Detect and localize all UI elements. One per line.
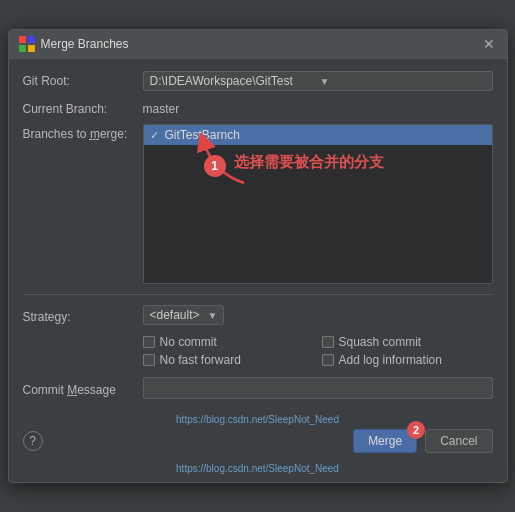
add-log-checkbox[interactable] [322, 354, 334, 366]
git-root-dropdown[interactable]: D:\IDEAWorkspace\GitTest ▼ [143, 71, 493, 91]
svg-rect-0 [19, 36, 26, 43]
branches-label-text: Branches to [23, 127, 90, 141]
merge-branches-dialog: Merge Branches ✕ Git Root: D:\IDEAWorksp… [8, 29, 508, 483]
options-grid: No commit Squash commit No fast forward … [143, 335, 493, 367]
merge-button[interactable]: Merge 2 [353, 429, 417, 453]
git-root-row: Git Root: D:\IDEAWorkspace\GitTest ▼ [23, 71, 493, 91]
divider [23, 294, 493, 295]
current-branch-row: Current Branch: master [23, 99, 493, 116]
title-bar: Merge Branches ✕ [9, 30, 507, 59]
strategy-row: Strategy: <default> ▼ [23, 305, 493, 325]
option-squash-commit[interactable]: Squash commit [322, 335, 493, 349]
no-fast-forward-label: No fast forward [160, 353, 241, 367]
cancel-button[interactable]: Cancel [425, 429, 492, 453]
merge-badge: 2 [407, 421, 425, 439]
git-root-arrow-icon: ▼ [320, 76, 486, 87]
url-text: https://blog.csdn.net/SleepNot_Need [176, 414, 339, 425]
commit-message-label: Commit Message [23, 380, 143, 397]
footer: ? https://blog.csdn.net/SleepNot_Need Me… [9, 423, 507, 463]
dialog-content: Git Root: D:\IDEAWorkspace\GitTest ▼ Cur… [9, 59, 507, 423]
footer-url: https://blog.csdn.net/SleepNot_Need [9, 463, 507, 482]
branch-check-icon: ✓ [150, 129, 159, 142]
strategy-dropdown[interactable]: <default> ▼ [143, 305, 225, 325]
no-commit-label: No commit [160, 335, 217, 349]
commit-message-input[interactable] [143, 377, 493, 399]
svg-rect-3 [28, 45, 35, 52]
commit-message-row: Commit Message [23, 377, 493, 399]
current-branch-value: master [143, 99, 180, 116]
add-log-label: Add log information [339, 353, 442, 367]
option-no-fast-forward[interactable]: No fast forward [143, 353, 314, 367]
squash-commit-label: Squash commit [339, 335, 422, 349]
svg-rect-1 [28, 36, 35, 43]
squash-commit-checkbox[interactable] [322, 336, 334, 348]
branches-to-merge-row: Branches to merge: ✓ GitTestBarnch [23, 124, 493, 284]
current-branch-label: Current Branch: [23, 99, 143, 116]
strategy-label: Strategy: [23, 307, 143, 324]
branches-label-underline: m [90, 127, 100, 141]
strategy-arrow-icon: ▼ [208, 310, 218, 321]
annotation-badge-1: 1 [204, 155, 226, 177]
git-root-label: Git Root: [23, 71, 143, 88]
annotation-text-1: 选择需要被合并的分支 [234, 153, 384, 172]
git-root-value: D:\IDEAWorkspace\GitTest [150, 74, 316, 88]
close-button[interactable]: ✕ [481, 36, 497, 52]
dialog-title: Merge Branches [41, 37, 129, 51]
branch-list[interactable]: ✓ GitTestBarnch 1 选择需要被 [143, 124, 493, 284]
help-button[interactable]: ? [23, 431, 43, 451]
title-bar-left: Merge Branches [19, 36, 129, 52]
option-add-log[interactable]: Add log information [322, 353, 493, 367]
branches-label: Branches to merge: [23, 124, 143, 141]
footer-actions: Merge 2 Cancel [353, 429, 492, 453]
svg-rect-2 [19, 45, 26, 52]
git-icon [19, 36, 35, 52]
no-commit-checkbox[interactable] [143, 336, 155, 348]
strategy-value: <default> [150, 308, 200, 322]
option-no-commit[interactable]: No commit [143, 335, 314, 349]
no-fast-forward-checkbox[interactable] [143, 354, 155, 366]
